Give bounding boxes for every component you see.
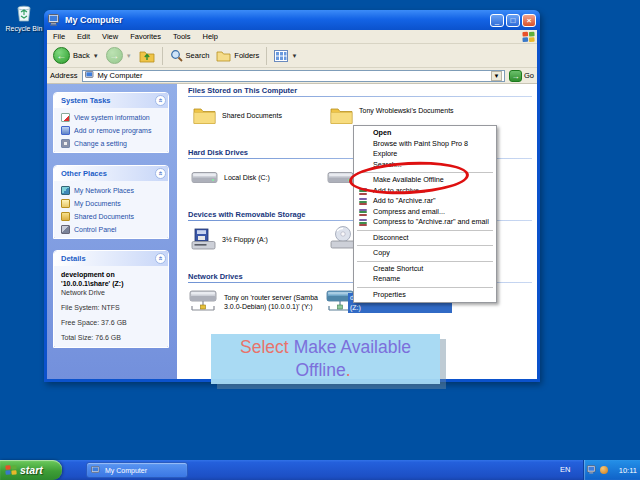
my-computer-small-icon	[85, 71, 95, 80]
title-bar[interactable]: My Computer _ □ ×	[44, 10, 540, 30]
item-label: 3½ Floppy (A:)	[222, 236, 268, 243]
address-label: Address	[50, 71, 78, 80]
forward-button[interactable]: → ▼	[104, 46, 134, 65]
context-menu-item-browse-paint-shop[interactable]: Browse with Paint Shop Pro 8	[354, 139, 496, 150]
context-menu-item-add-to-archive-rar[interactable]: Add to "Archive.rar"	[354, 196, 496, 207]
context-menu-item-create-shortcut[interactable]: Create Shortcut	[354, 264, 496, 275]
add-remove-programs-icon	[61, 126, 70, 135]
tray-status-icon[interactable]	[600, 466, 608, 474]
views-dropdown-icon: ▼	[291, 53, 297, 59]
up-button[interactable]	[137, 48, 157, 64]
item-network-drive-y[interactable]: Tony on 'router server (Samba 3.0.0-Debi…	[188, 288, 318, 316]
menu-view[interactable]: View	[96, 32, 124, 41]
sidebar-item-view-system-information[interactable]: View system information	[61, 113, 164, 122]
minimize-button[interactable]: _	[490, 14, 504, 27]
views-button[interactable]: ▼	[272, 49, 299, 63]
context-menu-item-compress-to-archive-and-email[interactable]: Compress to "Archive.rar" and email	[354, 217, 496, 228]
network-drive-icon	[188, 288, 218, 316]
address-input[interactable]: My Computer ▼	[82, 70, 505, 82]
context-menu-item-explore[interactable]: Explore	[354, 149, 496, 160]
details-free-space: Free Space: 37.6 GB	[61, 319, 164, 326]
context-menu-item-disconnect[interactable]: Disconnect	[354, 233, 496, 244]
sidebar-item-my-network-places[interactable]: My Network Places	[61, 186, 164, 195]
item-tony-wroblewskis-documents[interactable]: Tony Wroblewski's Documents	[330, 106, 454, 125]
taskbar-task-my-computer[interactable]: My Computer	[86, 462, 188, 478]
caption-rest: Make Available	[294, 337, 411, 357]
context-menu-item-open[interactable]: Open	[354, 128, 496, 139]
context-menu-item-label: Add to "Archive.rar"	[373, 196, 436, 205]
context-menu-item-label: Compress and email...	[373, 207, 445, 216]
group-title-hard-disks: Hard Disk Drives	[188, 148, 248, 157]
system-tasks-panel: System Tasks « View system information A…	[53, 92, 169, 153]
collapse-chevron-icon[interactable]: «	[155, 95, 166, 106]
item-label: Local Disk (C:)	[224, 174, 270, 181]
context-menu-item-compress-and-email[interactable]: Compress and email...	[354, 207, 496, 218]
address-value: My Computer	[98, 71, 143, 80]
menu-help[interactable]: Help	[197, 32, 224, 41]
context-menu-item-copy[interactable]: Copy	[354, 248, 496, 259]
maximize-button[interactable]: □	[506, 14, 520, 27]
back-icon: ←	[53, 47, 70, 64]
menu-favorites[interactable]: Favorites	[124, 32, 167, 41]
go-arrow-icon: →	[509, 70, 522, 82]
sidebar-item-control-panel[interactable]: Control Panel	[61, 225, 164, 234]
system-tasks-header[interactable]: System Tasks «	[54, 93, 168, 108]
menu-bar: File Edit View Favorites Tools Help	[47, 30, 537, 44]
sidebar-item-label: Change a setting	[74, 140, 127, 147]
sidebar-item-shared-documents[interactable]: Shared Documents	[61, 212, 164, 221]
system-tasks-title: System Tasks	[61, 96, 110, 105]
recycle-bin-desktop-icon[interactable]: Recycle Bin	[2, 3, 46, 32]
sidebar-item-my-documents[interactable]: My Documents	[61, 199, 164, 208]
menu-tools[interactable]: Tools	[167, 32, 197, 41]
details-header[interactable]: Details «	[54, 251, 168, 266]
other-places-header[interactable]: Other Places «	[54, 166, 168, 181]
instruction-caption: SelectMake Available Offline.	[211, 334, 440, 384]
details-drive-name-line1: development on	[61, 271, 164, 278]
recycle-bin-icon	[14, 3, 34, 23]
context-menu-item-properties[interactable]: Properties	[354, 290, 496, 301]
recycle-bin-label: Recycle Bin	[2, 25, 46, 32]
folders-icon	[216, 50, 231, 62]
group-rule	[188, 96, 532, 97]
back-label: Back	[73, 51, 90, 60]
start-label: start	[20, 464, 43, 476]
back-button[interactable]: ← Back ▼	[51, 46, 101, 65]
sidebar-item-label: View system information	[74, 114, 150, 121]
folder-icon	[330, 106, 353, 125]
menu-file[interactable]: File	[47, 32, 71, 41]
folders-label: Folders	[234, 51, 259, 60]
system-info-icon	[61, 113, 70, 122]
winrar-icon	[359, 198, 367, 205]
search-label: Search	[186, 51, 210, 60]
language-indicator[interactable]: EN	[560, 460, 570, 480]
caption-offline: Offline	[295, 360, 345, 380]
start-button[interactable]: start	[0, 460, 62, 480]
go-button[interactable]: → Go	[509, 70, 534, 82]
other-places-title: Other Places	[61, 169, 107, 178]
sidebar-item-change-a-setting[interactable]: Change a setting	[61, 139, 164, 148]
context-menu-separator	[357, 261, 493, 262]
clock: 10:11	[619, 466, 637, 475]
address-dropdown-icon[interactable]: ▼	[491, 71, 502, 81]
context-menu-separator	[357, 230, 493, 231]
item-shared-documents[interactable]: Shared Documents	[193, 106, 282, 125]
collapse-chevron-icon[interactable]: «	[155, 168, 166, 179]
details-drive-type: Network Drive	[61, 289, 164, 296]
menu-edit[interactable]: Edit	[71, 32, 96, 41]
sidebar-item-add-remove-programs[interactable]: Add or remove programs	[61, 126, 164, 135]
go-label: Go	[524, 71, 534, 80]
folders-button[interactable]: Folders	[214, 49, 261, 63]
context-menu: Open Browse with Paint Shop Pro 8 Explor…	[353, 125, 497, 303]
item-local-disk-c[interactable]: Local Disk (C:)	[191, 168, 270, 187]
up-folder-icon	[139, 49, 155, 63]
collapse-chevron-icon[interactable]: «	[155, 253, 166, 264]
search-button[interactable]: Search	[168, 48, 212, 63]
shared-documents-icon	[61, 212, 70, 221]
desktop: Recycle Bin My Computer _ □ × File Edit …	[0, 0, 640, 480]
group-title-files: Files Stored on This Computer	[188, 86, 297, 95]
context-menu-item-rename[interactable]: Rename	[354, 274, 496, 285]
forward-dropdown-icon: ▼	[126, 53, 132, 59]
tray-display-icon[interactable]	[587, 465, 597, 475]
close-button[interactable]: ×	[522, 14, 536, 27]
item-floppy-a[interactable]: 3½ Floppy (A:)	[191, 228, 268, 251]
